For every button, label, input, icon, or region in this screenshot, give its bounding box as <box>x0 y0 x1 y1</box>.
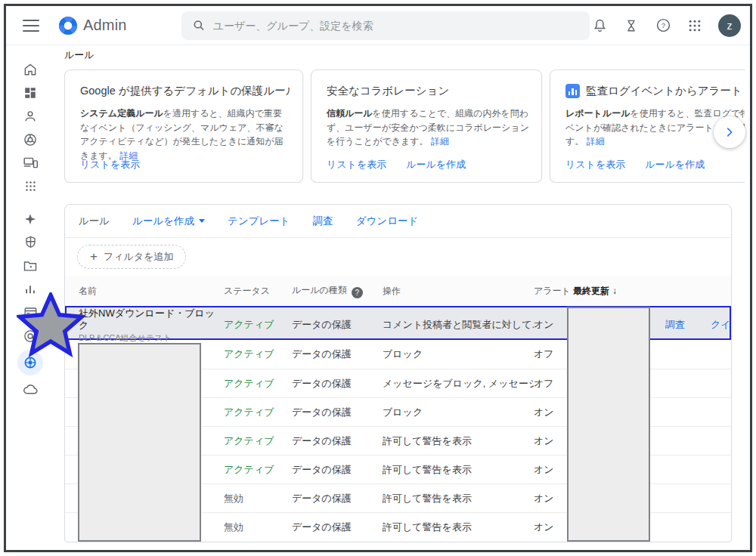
tab-templates[interactable]: テンプレート <box>228 215 290 228</box>
column-header-type[interactable]: ルールの種類? <box>292 284 383 298</box>
column-header-updated[interactable]: 最終更新↓ <box>573 285 662 298</box>
search-box[interactable] <box>181 11 590 40</box>
show-list-link[interactable]: リストを表示 <box>327 158 386 171</box>
app-logo[interactable]: Admin <box>59 17 127 35</box>
search-input[interactable] <box>213 20 579 32</box>
sidebar-item-storage[interactable] <box>17 254 43 277</box>
notifications-bell-icon[interactable] <box>591 17 608 34</box>
status-badge: アクティブ <box>224 434 292 448</box>
tab-rules[interactable]: ルール <box>79 215 110 228</box>
breadcrumb: ルール <box>64 48 94 62</box>
column-header-action[interactable]: 操作 <box>383 285 534 298</box>
star-annotation-icon <box>17 292 85 357</box>
card-title: 監査ログイベントからアラート <box>565 84 745 98</box>
status-badge: アクティブ <box>224 348 292 361</box>
column-header-status[interactable]: ステータス <box>224 285 292 298</box>
status-badge: 無効 <box>224 492 292 505</box>
apps-grid-icon[interactable] <box>686 17 703 34</box>
search-icon <box>192 18 206 32</box>
google-admin-logo-icon <box>59 17 77 35</box>
status-badge: アクティブ <box>224 463 292 477</box>
tab-download[interactable]: ダウンロード <box>356 215 419 228</box>
create-rule-link[interactable]: ルールを作成 <box>406 158 466 171</box>
carousel-next-button[interactable] <box>714 116 745 148</box>
top-app-bar: Admin ? z <box>6 6 750 45</box>
sidebar-item-apps[interactable] <box>17 175 43 198</box>
create-rule-dropdown[interactable]: ルールを作成 <box>132 215 205 228</box>
show-list-link[interactable]: リストを表示 <box>565 158 625 171</box>
quick-action-link[interactable]: クイック <box>711 318 732 332</box>
detail-link[interactable]: 詳細 <box>587 136 605 147</box>
status-badge: アクティブ <box>224 377 292 391</box>
sidebar-item-security[interactable] <box>17 230 43 254</box>
chevron-down-icon <box>199 219 205 223</box>
table-header-row: 名前 ステータス ルールの種類? 操作 アラート 最終更新↓ <box>65 276 731 306</box>
filter-bar: +フィルタを追加 <box>65 238 731 276</box>
show-list-link[interactable]: リストを表示 <box>80 158 140 171</box>
svg-text:?: ? <box>661 21 665 29</box>
sidebar-item-chrome[interactable] <box>17 128 43 151</box>
status-badge: 無効 <box>224 520 292 534</box>
sidebar-item-gemini[interactable] <box>17 207 43 230</box>
report-chart-icon <box>565 84 580 98</box>
column-header-name[interactable]: 名前 <box>79 285 224 298</box>
sidebar-item-users[interactable] <box>17 104 43 128</box>
sidebar-item-devices[interactable] <box>17 151 43 175</box>
tab-investigate[interactable]: 調査 <box>313 215 333 228</box>
card-title: Google が提供するデフォルトの保護ルール <box>80 84 290 98</box>
investigate-link[interactable]: 調査 <box>665 318 685 332</box>
card-default-protection-rules: Google が提供するデフォルトの保護ルール システム定義ルールを適用すると、… <box>64 70 303 183</box>
redaction-box-names <box>78 343 201 542</box>
chevron-right-icon <box>723 125 736 139</box>
sidebar-item-dashboard[interactable] <box>17 81 43 104</box>
avatar[interactable]: z <box>718 14 741 37</box>
help-circle-icon[interactable]: ? <box>352 287 363 298</box>
column-header-alert[interactable]: アラート <box>534 285 573 298</box>
menu-icon[interactable] <box>23 20 39 32</box>
sidebar-item-cloud[interactable] <box>17 378 43 401</box>
card-title: 安全なコラボレーション <box>327 84 529 98</box>
redaction-box-updated <box>567 307 650 542</box>
help-icon[interactable]: ? <box>655 17 671 34</box>
status-badge: アクティブ <box>224 318 292 332</box>
create-rule-link[interactable]: ルールを作成 <box>645 158 705 171</box>
sidebar-item-home[interactable] <box>17 57 43 81</box>
hourglass-tasks-icon[interactable] <box>623 17 640 34</box>
sort-arrow-down-icon: ↓ <box>612 286 617 296</box>
add-filter-chip[interactable]: +フィルタを追加 <box>77 245 186 269</box>
promo-cards-carousel: Google が提供するデフォルトの保護ルール システム定義ルールを適用すると、… <box>64 70 745 183</box>
table-toolbar: ルール ルールを作成 テンプレート 調査 ダウンロード <box>65 205 731 238</box>
rule-subtitle: DLP＆CCA組合せテスト <box>79 332 224 343</box>
admin-console-page: Admin ? z <box>0 0 756 556</box>
rule-name: 社外NWダウンロード・ブロック <box>79 307 224 332</box>
app-title: Admin <box>83 17 127 34</box>
card-safe-collaboration: 安全なコラボレーション 信頼ルールを使用することで、組織の内外を問わず、ユーザー… <box>311 70 542 183</box>
plus-icon: + <box>90 249 98 264</box>
status-badge: アクティブ <box>224 406 292 419</box>
detail-link[interactable]: 詳細 <box>431 136 449 147</box>
